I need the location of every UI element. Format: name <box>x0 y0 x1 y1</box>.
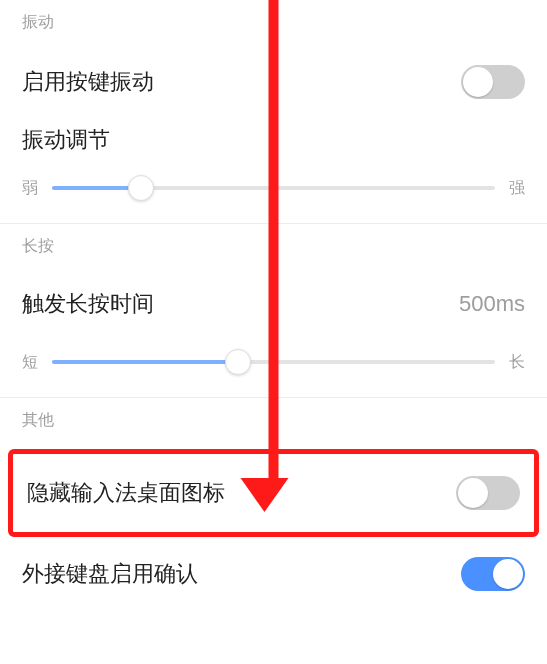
row-hide-icon[interactable]: 隐藏输入法桌面图标 <box>13 454 534 532</box>
hide-icon-toggle[interactable] <box>456 476 520 510</box>
longpress-max-label: 长 <box>509 352 525 373</box>
row-trigger-time[interactable]: 触发长按时间 500ms <box>0 269 547 339</box>
vibration-max-label: 强 <box>509 178 525 199</box>
section-header-vibration: 振动 <box>0 0 547 45</box>
enable-vibration-label: 启用按键振动 <box>22 67 154 97</box>
row-enable-vibration[interactable]: 启用按键振动 <box>0 45 547 119</box>
enable-vibration-toggle[interactable] <box>461 65 525 99</box>
section-header-other: 其他 <box>0 398 547 443</box>
hide-icon-label: 隐藏输入法桌面图标 <box>27 478 225 508</box>
vibration-slider-row: 弱 强 <box>0 165 547 223</box>
highlight-box: 隐藏输入法桌面图标 <box>8 449 539 537</box>
longpress-slider[interactable] <box>52 349 495 375</box>
trigger-time-value: 500ms <box>459 291 525 317</box>
vibration-min-label: 弱 <box>22 178 38 199</box>
external-keyboard-label: 外接键盘启用确认 <box>22 559 198 589</box>
external-keyboard-toggle[interactable] <box>461 557 525 591</box>
section-header-longpress: 长按 <box>0 224 547 269</box>
row-external-keyboard[interactable]: 外接键盘启用确认 <box>0 543 547 611</box>
trigger-time-label: 触发长按时间 <box>22 289 154 319</box>
vibration-slider[interactable] <box>52 175 495 201</box>
longpress-slider-row: 短 长 <box>0 339 547 397</box>
longpress-min-label: 短 <box>22 352 38 373</box>
vibration-adjust-label: 振动调节 <box>22 125 110 155</box>
